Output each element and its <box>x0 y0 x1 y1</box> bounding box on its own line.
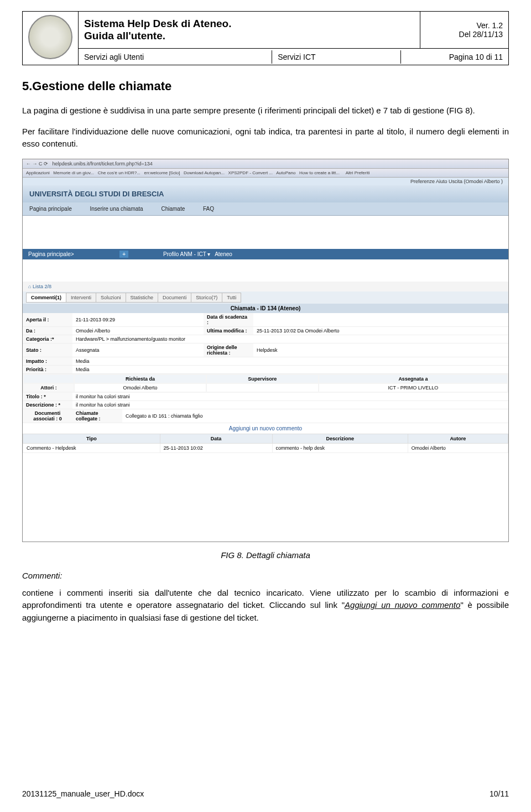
add-comment-inline-link: Aggiungi un nuovo commento <box>345 600 460 610</box>
col-data: Data <box>160 434 272 443</box>
tab-soluzioni[interactable]: Soluzioni <box>96 293 126 303</box>
comments-table: Tipo Data Descrizione Autore Commento - … <box>23 434 508 453</box>
version-date: Del 28/11/13 <box>459 30 503 39</box>
col-autore: Autore <box>408 434 508 443</box>
page-footer: 20131125_manuale_user_HD.docx 10/11 <box>22 789 509 798</box>
footer-filename: 20131125_manuale_user_HD.docx <box>22 789 144 798</box>
sub-mid: Servizi ICT <box>272 50 401 64</box>
top-links: Preferenze Aiuto Uscita (Omodei Alberto … <box>23 178 508 185</box>
university-seal-icon <box>28 15 72 59</box>
bookmarks-bar: Applicazioni Memorie di un giov... Che c… <box>23 169 508 178</box>
nav-faq[interactable]: FAQ <box>203 206 214 212</box>
tab-commenti[interactable]: Commenti(1) <box>26 293 66 303</box>
paragraph-2: Per facilitare l'individuazione delle nu… <box>22 126 509 150</box>
doc-title: Sistema Help Desk di Ateneo. Guida all'u… <box>79 12 420 49</box>
version: Ver. 1.2 <box>477 21 503 30</box>
nav-insert[interactable]: Inserire una chiamata <box>90 206 143 212</box>
title-line2: Guida all'utente. <box>84 30 165 41</box>
paragraph-3: contiene i commenti inseriti sia dall'ut… <box>22 587 509 624</box>
paragraph-1: La pagina di gestione è suddivisa in una… <box>22 105 509 117</box>
tab-documenti[interactable]: Documenti <box>158 293 191 303</box>
nav-home[interactable]: Pagina principale <box>29 206 72 212</box>
footer-pagenum: 10/11 <box>490 789 509 798</box>
tab-statistiche[interactable]: Statistiche <box>126 293 159 303</box>
actors-header: Richiesta da Supervisore Assegnata a Att… <box>23 374 508 393</box>
tab-interventi[interactable]: Interventi <box>66 293 96 303</box>
tab-tutti[interactable]: Tutti <box>222 293 241 303</box>
col-descr: Descrizione <box>272 434 408 443</box>
version-cell: Ver. 1.2 Del 28/11/13 <box>420 12 509 49</box>
ticket-details-2: Titolo : * il monitor ha colori strani D… <box>23 393 508 423</box>
breadcrumb: Pagina principale> + Profilo ANM - ICT ▾… <box>23 249 508 259</box>
ticket-header: Chiamata - ID 134 (Ateneo) <box>23 304 508 313</box>
main-nav: Pagina principale Inserire una chiamata … <box>23 202 508 216</box>
university-banner: UNIVERSITÀ DEGLI STUDI DI BRESCIA <box>23 185 508 202</box>
sub-left: Servizi agli Utenti <box>79 50 272 64</box>
section-heading: 5.Gestione delle chiamate <box>22 79 509 93</box>
logo-cell <box>23 12 79 65</box>
url: helpdesk.unibs.it/front/ticket.form.php?… <box>53 161 153 166</box>
figure-caption: FIG 8. Dettagli chiamata <box>22 550 509 560</box>
comment-row: Commento - Helpdesk 25-11-2013 10:02 com… <box>23 443 508 452</box>
embedded-screenshot: ← → C ⟳ helpdesk.unibs.it/front/ticket.f… <box>22 159 509 542</box>
col-tipo: Tipo <box>23 434 160 443</box>
title-line1: Sistema Help Desk di Ateneo. <box>84 18 231 29</box>
list-pager: ⌂ Lista 2/8 <box>23 282 508 292</box>
nav-calls[interactable]: Chiamate <box>161 206 185 212</box>
add-comment-link[interactable]: Aggiungi un nuovo commento <box>23 423 508 434</box>
ticket-tabs: Commenti(1)InterventiSoluzioniStatistich… <box>23 292 508 304</box>
page-header: Sistema Help Desk di Ateneo. Guida all'u… <box>22 11 509 65</box>
sub-right: Pagina 10 di 11 <box>401 50 508 64</box>
tab-storico[interactable]: Storico(7) <box>191 293 222 303</box>
ticket-details: Aperta il : 21-11-2013 09:29 Data di sca… <box>23 313 508 374</box>
commenti-label: Commenti: <box>22 571 509 580</box>
browser-address-bar: ← → C ⟳ helpdesk.unibs.it/front/ticket.f… <box>23 159 508 169</box>
